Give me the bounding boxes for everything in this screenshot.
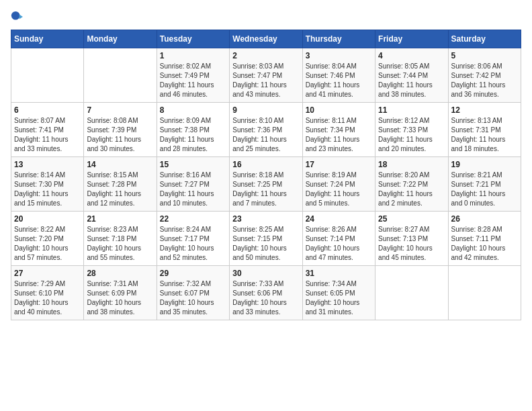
day-cell: 14Sunrise: 8:15 AM Sunset: 7:28 PM Dayli… xyxy=(84,157,157,212)
day-cell: 13Sunrise: 8:14 AM Sunset: 7:30 PM Dayli… xyxy=(11,157,84,212)
day-info: Sunrise: 8:07 AM Sunset: 7:41 PM Dayligh… xyxy=(14,116,81,154)
day-number: 7 xyxy=(87,105,153,115)
day-number: 22 xyxy=(160,214,226,224)
day-number: 13 xyxy=(14,160,81,169)
day-info: Sunrise: 8:05 AM Sunset: 7:44 PM Dayligh… xyxy=(378,62,445,99)
day-cell: 20Sunrise: 8:22 AM Sunset: 7:20 PM Dayli… xyxy=(11,212,84,266)
day-cell: 16Sunrise: 8:18 AM Sunset: 7:25 PM Dayli… xyxy=(230,157,302,212)
day-cell: 30Sunrise: 7:33 AM Sunset: 6:06 PM Dayli… xyxy=(230,266,302,320)
day-info: Sunrise: 8:10 AM Sunset: 7:36 PM Dayligh… xyxy=(232,116,299,154)
day-info: Sunrise: 8:06 AM Sunset: 7:42 PM Dayligh… xyxy=(451,62,518,99)
day-cell: 11Sunrise: 8:12 AM Sunset: 7:33 PM Dayli… xyxy=(375,103,448,157)
header-cell-friday: Friday xyxy=(375,30,448,48)
day-cell: 3Sunrise: 8:04 AM Sunset: 7:46 PM Daylig… xyxy=(302,48,375,103)
day-cell: 28Sunrise: 7:31 AM Sunset: 6:09 PM Dayli… xyxy=(84,266,157,320)
day-info: Sunrise: 7:33 AM Sunset: 6:06 PM Dayligh… xyxy=(232,279,299,317)
day-number: 25 xyxy=(378,214,445,224)
day-info: Sunrise: 8:09 AM Sunset: 7:38 PM Dayligh… xyxy=(160,116,226,154)
day-info: Sunrise: 7:29 AM Sunset: 6:10 PM Dayligh… xyxy=(14,279,81,317)
day-number: 23 xyxy=(232,214,299,224)
day-cell xyxy=(84,48,157,103)
day-info: Sunrise: 8:12 AM Sunset: 7:33 PM Dayligh… xyxy=(378,116,445,154)
day-info: Sunrise: 8:27 AM Sunset: 7:13 PM Dayligh… xyxy=(378,225,445,263)
day-number: 4 xyxy=(378,51,445,60)
day-cell xyxy=(375,266,448,320)
day-info: Sunrise: 7:31 AM Sunset: 6:09 PM Dayligh… xyxy=(87,279,153,317)
day-info: Sunrise: 8:08 AM Sunset: 7:39 PM Dayligh… xyxy=(87,116,153,154)
day-number: 1 xyxy=(160,51,226,60)
svg-point-0 xyxy=(11,11,20,20)
day-cell: 23Sunrise: 8:25 AM Sunset: 7:15 PM Dayli… xyxy=(230,212,302,266)
day-number: 6 xyxy=(14,105,81,115)
header-cell-saturday: Saturday xyxy=(448,30,521,48)
day-number: 29 xyxy=(160,269,226,278)
day-number: 15 xyxy=(160,160,226,169)
day-cell: 25Sunrise: 8:27 AM Sunset: 7:13 PM Dayli… xyxy=(375,212,448,266)
day-number: 16 xyxy=(232,160,299,169)
header-cell-sunday: Sunday xyxy=(11,30,84,48)
day-info: Sunrise: 8:11 AM Sunset: 7:34 PM Dayligh… xyxy=(306,116,372,154)
day-cell: 27Sunrise: 7:29 AM Sunset: 6:10 PM Dayli… xyxy=(11,266,84,320)
day-number: 14 xyxy=(87,160,153,169)
day-info: Sunrise: 8:15 AM Sunset: 7:28 PM Dayligh… xyxy=(87,171,153,208)
week-row-1: 6Sunrise: 8:07 AM Sunset: 7:41 PM Daylig… xyxy=(11,103,521,157)
header xyxy=(11,11,521,23)
day-info: Sunrise: 8:13 AM Sunset: 7:31 PM Dayligh… xyxy=(451,116,518,154)
day-cell: 26Sunrise: 8:28 AM Sunset: 7:11 PM Dayli… xyxy=(448,212,521,266)
day-cell xyxy=(11,48,84,103)
day-cell: 19Sunrise: 8:21 AM Sunset: 7:21 PM Dayli… xyxy=(448,157,521,212)
day-cell: 9Sunrise: 8:10 AM Sunset: 7:36 PM Daylig… xyxy=(230,103,302,157)
day-cell: 21Sunrise: 8:23 AM Sunset: 7:18 PM Dayli… xyxy=(84,212,157,266)
day-info: Sunrise: 8:21 AM Sunset: 7:21 PM Dayligh… xyxy=(451,171,518,208)
day-info: Sunrise: 8:24 AM Sunset: 7:17 PM Dayligh… xyxy=(160,225,226,263)
day-number: 20 xyxy=(14,214,81,224)
week-row-2: 13Sunrise: 8:14 AM Sunset: 7:30 PM Dayli… xyxy=(11,157,521,212)
day-number: 19 xyxy=(451,160,518,169)
day-cell: 6Sunrise: 8:07 AM Sunset: 7:41 PM Daylig… xyxy=(11,103,84,157)
day-cell xyxy=(448,266,521,320)
day-number: 17 xyxy=(306,160,372,169)
day-number: 2 xyxy=(232,51,299,60)
day-cell: 10Sunrise: 8:11 AM Sunset: 7:34 PM Dayli… xyxy=(302,103,375,157)
day-number: 3 xyxy=(306,51,372,60)
header-cell-wednesday: Wednesday xyxy=(230,30,302,48)
day-cell: 1Sunrise: 8:02 AM Sunset: 7:49 PM Daylig… xyxy=(157,48,229,103)
day-info: Sunrise: 8:18 AM Sunset: 7:25 PM Dayligh… xyxy=(232,171,299,208)
day-info: Sunrise: 8:23 AM Sunset: 7:18 PM Dayligh… xyxy=(87,225,153,263)
logo-icon xyxy=(11,11,23,23)
day-number: 31 xyxy=(306,269,372,278)
week-row-3: 20Sunrise: 8:22 AM Sunset: 7:20 PM Dayli… xyxy=(11,212,521,266)
day-info: Sunrise: 8:20 AM Sunset: 7:22 PM Dayligh… xyxy=(378,171,445,208)
day-number: 24 xyxy=(306,214,372,224)
day-cell: 17Sunrise: 8:19 AM Sunset: 7:24 PM Dayli… xyxy=(302,157,375,212)
day-cell: 2Sunrise: 8:03 AM Sunset: 7:47 PM Daylig… xyxy=(230,48,302,103)
day-info: Sunrise: 7:34 AM Sunset: 6:05 PM Dayligh… xyxy=(306,279,372,317)
day-cell: 12Sunrise: 8:13 AM Sunset: 7:31 PM Dayli… xyxy=(448,103,521,157)
day-info: Sunrise: 8:28 AM Sunset: 7:11 PM Dayligh… xyxy=(451,225,518,263)
day-cell: 7Sunrise: 8:08 AM Sunset: 7:39 PM Daylig… xyxy=(84,103,157,157)
day-number: 8 xyxy=(160,105,226,115)
day-info: Sunrise: 8:03 AM Sunset: 7:47 PM Dayligh… xyxy=(232,62,299,99)
day-info: Sunrise: 8:04 AM Sunset: 7:46 PM Dayligh… xyxy=(306,62,372,99)
day-info: Sunrise: 8:02 AM Sunset: 7:49 PM Dayligh… xyxy=(160,62,226,99)
week-row-4: 27Sunrise: 7:29 AM Sunset: 6:10 PM Dayli… xyxy=(11,266,521,320)
day-cell: 31Sunrise: 7:34 AM Sunset: 6:05 PM Dayli… xyxy=(302,266,375,320)
day-cell: 29Sunrise: 7:32 AM Sunset: 6:07 PM Dayli… xyxy=(157,266,229,320)
day-number: 27 xyxy=(14,269,81,278)
day-info: Sunrise: 8:16 AM Sunset: 7:27 PM Dayligh… xyxy=(160,171,226,208)
day-number: 11 xyxy=(378,105,445,115)
day-info: Sunrise: 8:25 AM Sunset: 7:15 PM Dayligh… xyxy=(232,225,299,263)
svg-marker-1 xyxy=(19,14,23,19)
day-number: 30 xyxy=(232,269,299,278)
logo xyxy=(11,11,26,23)
day-info: Sunrise: 8:14 AM Sunset: 7:30 PM Dayligh… xyxy=(14,171,81,208)
day-info: Sunrise: 8:26 AM Sunset: 7:14 PM Dayligh… xyxy=(306,225,372,263)
header-row: SundayMondayTuesdayWednesdayThursdayFrid… xyxy=(11,30,521,48)
header-cell-thursday: Thursday xyxy=(302,30,375,48)
day-number: 21 xyxy=(87,214,153,224)
day-cell: 18Sunrise: 8:20 AM Sunset: 7:22 PM Dayli… xyxy=(375,157,448,212)
day-cell: 22Sunrise: 8:24 AM Sunset: 7:17 PM Dayli… xyxy=(157,212,229,266)
day-info: Sunrise: 8:22 AM Sunset: 7:20 PM Dayligh… xyxy=(14,225,81,263)
day-info: Sunrise: 7:32 AM Sunset: 6:07 PM Dayligh… xyxy=(160,279,226,317)
day-number: 12 xyxy=(451,105,518,115)
